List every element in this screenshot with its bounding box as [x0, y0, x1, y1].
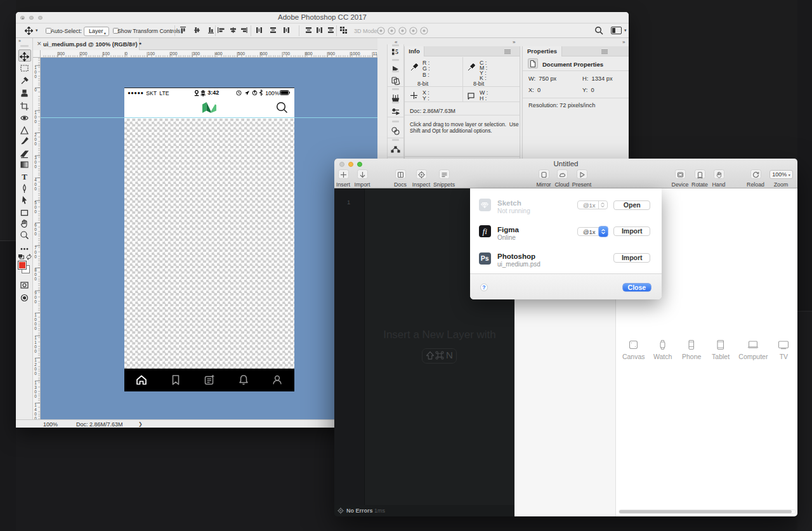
- svg-text:T: T: [22, 172, 27, 181]
- svg-text:5: 5: [395, 48, 398, 55]
